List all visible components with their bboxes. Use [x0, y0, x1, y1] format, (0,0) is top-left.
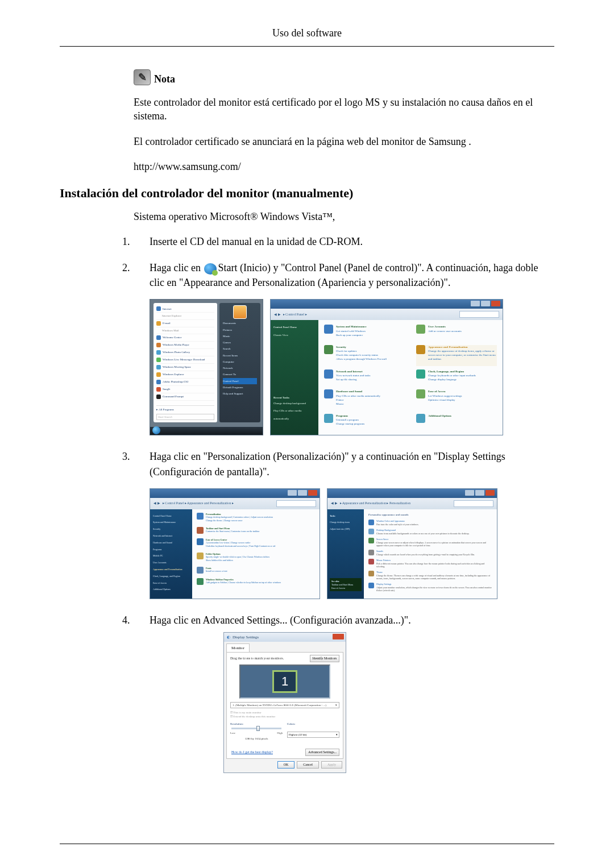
monitor-1: 1 — [272, 670, 297, 693]
start-orb-icon — [204, 263, 217, 275]
nota-para-2: El controlador certificado se anunciará … — [134, 135, 554, 148]
step-3: Haga clic en "Personalization (Personali… — [122, 449, 554, 599]
section-heading: Instalación del controlador del monitor … — [60, 186, 554, 201]
monitor-dropdown: 1. (Multiple Monitors) on NVIDIA GeForce… — [230, 702, 339, 708]
header-rule — [60, 46, 554, 47]
identify-monitors-button: Identify Monitors — [310, 655, 340, 662]
user-avatar-icon — [233, 305, 247, 319]
ds-panel: Drag the icons to match your monitors. I… — [226, 652, 343, 759]
close-icon — [308, 490, 317, 496]
screenshot-row-2: ◀ ▶ ▸ Control Panel ▸ Appearance and Per… — [150, 488, 554, 599]
minimize-icon — [465, 490, 474, 496]
advanced-settings-button: Advanced Settings... — [305, 749, 339, 756]
apply-button: Apply — [321, 761, 342, 769]
note-icon: ✎ — [134, 69, 151, 85]
cp-main: System and MaintenanceGet started with W… — [318, 320, 503, 435]
step-4: Haga clic en Advanced Settings... (Confi… — [122, 613, 554, 773]
window-titlebar — [327, 489, 497, 498]
nota-url: http://www.samsung.com/ — [134, 160, 554, 173]
ap-main: PersonalizationChange desktop background… — [192, 509, 320, 599]
nota-label: Nota — [154, 73, 175, 85]
pz-main: Personalize appearance and sounds Window… — [364, 509, 497, 599]
pz-sidebar: Tasks Change desktop icons Adjust font s… — [327, 509, 364, 599]
dialog-footer: OK Cancel Apply — [224, 759, 346, 769]
step-2-text-a: Haga clic en — [150, 262, 203, 273]
search-input — [454, 500, 493, 507]
breadcrumb: ◀ ▶ ▸ Control Panel ▸ — [271, 309, 503, 320]
breadcrumb: ◀ ▶ ▸ Appearance and Personalization ▸ P… — [327, 498, 497, 509]
breadcrumb: ◀ ▶ ▸ Control Panel ▸ Appearance and Per… — [150, 498, 320, 509]
step-1: Inserte el CD del manual en la unidad de… — [122, 234, 554, 249]
nota-block: ✎ Nota Este controlador del monitor está… — [134, 69, 554, 173]
search-input — [459, 311, 499, 318]
screenshot-start-menu: Internet Internet Explorer E-mail Window… — [150, 299, 263, 435]
footer-rule — [60, 844, 554, 844]
ap-sidebar: Control Panel HomeSystem and Maintenance… — [150, 509, 192, 599]
start-menu-left: Internet Internet Explorer E-mail Window… — [154, 303, 217, 422]
window-titlebar — [271, 300, 503, 309]
resolution-slider: Resolution: LowHigh 1280 by 1024 pixels — [230, 722, 283, 741]
window-titlebar — [150, 489, 320, 498]
os-line: Sistema operativo Microsoft® Windows Vis… — [134, 211, 554, 223]
step-2: Haga clic en Start (Inicio) y "Control P… — [122, 260, 554, 435]
cp-sidebar: Control Panel Home Classic View Recent T… — [271, 320, 318, 435]
window-titlebar: ◐ Display Settings — [224, 633, 346, 642]
maximize-icon — [481, 301, 490, 306]
install-steps: Inserte el CD del manual en la unidad de… — [122, 234, 554, 773]
screenshot-personalization: ◀ ▶ ▸ Appearance and Personalization ▸ P… — [327, 488, 497, 599]
cancel-button: Cancel — [297, 761, 319, 769]
page-header: Uso del software — [60, 27, 554, 39]
screenshot-appearance: ◀ ▶ ▸ Control Panel ▸ Appearance and Per… — [150, 488, 320, 599]
close-icon — [491, 301, 500, 306]
screenshot-control-panel: ◀ ▶ ▸ Control Panel ▸ Control Panel Home… — [270, 299, 503, 435]
ok-button: OK — [277, 761, 295, 769]
screenshot-row-1: Internet Internet Explorer E-mail Window… — [150, 299, 554, 435]
taskbar — [150, 427, 263, 435]
maximize-icon — [475, 490, 484, 496]
help-link: How do I get the best display? — [231, 750, 273, 755]
close-icon — [486, 490, 495, 496]
maximize-icon — [298, 490, 307, 496]
close-icon — [333, 634, 344, 639]
monitor-preview: 1 — [239, 665, 330, 699]
nota-heading: ✎ Nota — [134, 69, 554, 85]
colors-combo: Colors: Highest (32 bit)▾ — [287, 722, 339, 741]
search-input — [276, 500, 316, 507]
ds-checkboxes: ☑ This is my main monitor ☑ Extend the d… — [230, 711, 339, 719]
start-menu-right: Documents Pictures Music Games Search Re… — [219, 303, 260, 422]
nota-para-1: Este controlador del monitor está certif… — [134, 95, 554, 123]
tab-monitor: Monitor — [226, 643, 250, 652]
minimize-icon — [471, 301, 480, 306]
minimize-icon — [288, 490, 297, 496]
screenshot-display-settings: ◐ Display Settings Monitor Drag the icon… — [223, 632, 346, 773]
